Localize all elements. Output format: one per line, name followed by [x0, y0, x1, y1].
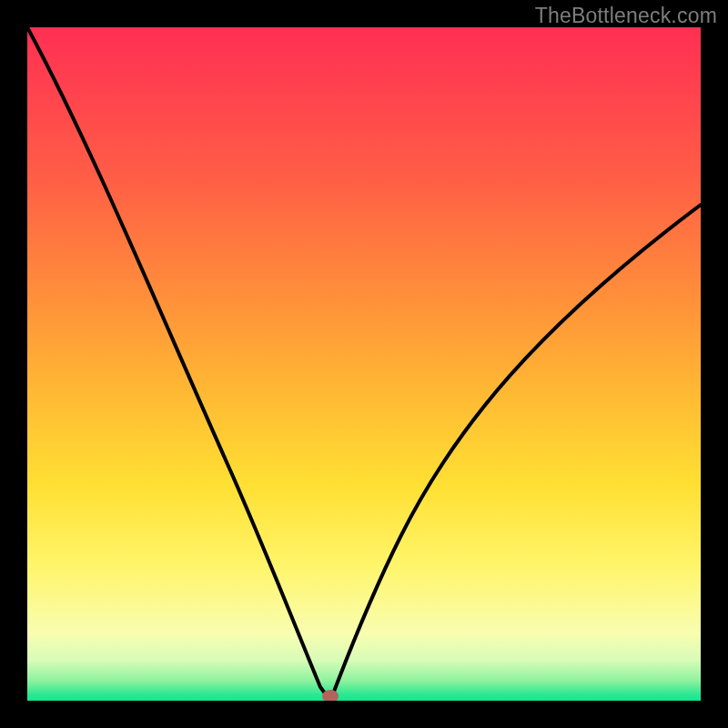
bottleneck-curve	[27, 27, 701, 701]
plot-area	[27, 27, 701, 701]
chart-frame: TheBottleneck.com	[0, 0, 728, 728]
bottleneck-curve-svg	[27, 27, 701, 701]
watermark-text: TheBottleneck.com	[535, 4, 717, 28]
